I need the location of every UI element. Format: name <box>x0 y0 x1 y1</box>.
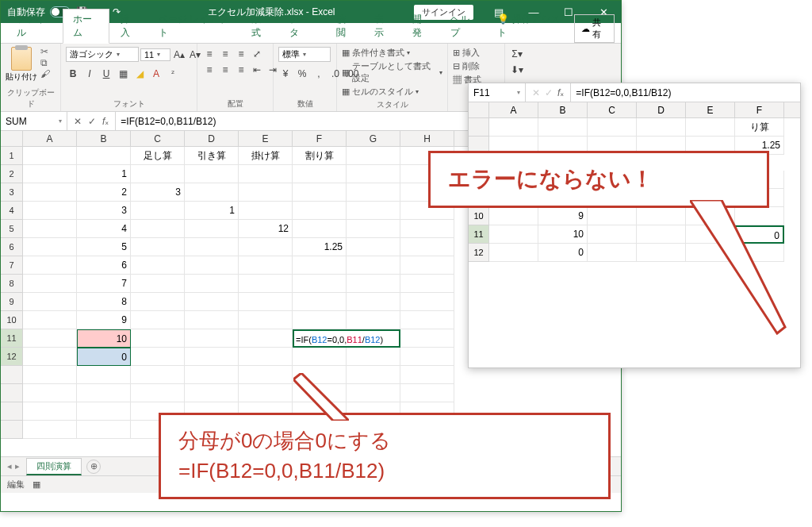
cell[interactable] <box>347 275 400 293</box>
col-header-2[interactable]: A <box>489 102 538 117</box>
bold-icon[interactable]: B <box>66 67 80 81</box>
cell[interactable] <box>131 329 185 348</box>
row-header[interactable]: 9 <box>1 293 23 311</box>
row-header[interactable]: 4 <box>1 202 23 220</box>
cell[interactable] <box>239 202 293 220</box>
cell[interactable] <box>185 366 239 384</box>
cell[interactable] <box>347 293 400 311</box>
cell[interactable] <box>489 225 538 244</box>
sheet-tab[interactable]: 四則演算 <box>26 458 82 475</box>
align-top-icon[interactable]: ≡ <box>202 47 216 61</box>
cell[interactable] <box>293 256 347 275</box>
row-header[interactable]: 2 <box>1 165 23 183</box>
col-header-2[interactable]: D <box>637 102 686 117</box>
grow-font-icon[interactable]: A▴ <box>172 48 186 62</box>
cell[interactable] <box>400 238 454 256</box>
row-header[interactable]: 12 <box>1 348 23 366</box>
format-painter-icon[interactable]: 🖌 <box>40 69 50 79</box>
tab-insert[interactable]: 挿入 <box>111 10 147 43</box>
cell[interactable] <box>489 244 538 262</box>
cell[interactable] <box>185 311 239 329</box>
number-format-select[interactable]: 標準▾ <box>278 47 331 62</box>
align-bottom-icon[interactable]: ≡ <box>234 47 248 61</box>
cell[interactable] <box>347 202 400 220</box>
sheet-prev-icon[interactable]: ◂ <box>7 461 12 471</box>
cell[interactable] <box>347 147 400 165</box>
row-header[interactable]: 1 <box>1 147 23 165</box>
cell[interactable] <box>588 207 637 225</box>
cell[interactable] <box>239 366 293 384</box>
cell[interactable] <box>239 348 293 366</box>
cell[interactable] <box>23 256 77 275</box>
cell[interactable] <box>131 238 185 256</box>
percent-icon[interactable]: % <box>295 67 309 81</box>
cell[interactable] <box>23 275 77 293</box>
cell[interactable]: 5 <box>77 238 131 256</box>
cell[interactable] <box>400 366 454 384</box>
cell[interactable] <box>131 384 185 402</box>
col-header[interactable]: C <box>131 131 185 146</box>
cell[interactable]: 1 <box>185 202 239 220</box>
cell[interactable]: 6 <box>77 256 131 275</box>
cell[interactable] <box>239 256 293 275</box>
col-header-2[interactable]: E <box>686 102 735 117</box>
cell[interactable] <box>23 402 77 421</box>
cell-fragment[interactable]: り算 <box>735 118 784 137</box>
cell[interactable]: 10 <box>538 225 588 244</box>
cell[interactable] <box>23 384 77 402</box>
cell[interactable] <box>400 329 454 348</box>
cell[interactable] <box>23 147 77 165</box>
cell[interactable]: 掛け算 <box>239 147 293 165</box>
cell[interactable]: 割り算 <box>293 147 347 165</box>
cell[interactable] <box>239 183 293 202</box>
cell[interactable] <box>23 165 77 183</box>
cell[interactable] <box>185 165 239 183</box>
cell[interactable] <box>131 311 185 329</box>
cell[interactable] <box>77 147 131 165</box>
cell[interactable] <box>131 293 185 311</box>
cell[interactable]: 7 <box>77 275 131 293</box>
cell[interactable] <box>77 366 131 384</box>
cell[interactable]: 引き算 <box>185 147 239 165</box>
col-header-2[interactable]: C <box>588 102 637 117</box>
cell[interactable] <box>347 366 400 384</box>
cell[interactable] <box>23 220 77 238</box>
share-button[interactable]: ☁ 共有 <box>574 14 615 43</box>
row-header-2[interactable]: 10 <box>469 207 489 225</box>
row-header-2[interactable] <box>469 118 489 137</box>
cell[interactable] <box>400 348 454 366</box>
cell[interactable] <box>131 165 185 183</box>
cell[interactable] <box>400 311 454 329</box>
copy-icon[interactable]: ⧉ <box>40 58 50 67</box>
cell[interactable] <box>77 421 131 439</box>
align-middle-icon[interactable]: ≡ <box>218 47 232 61</box>
cell[interactable]: 1.25 <box>293 238 347 256</box>
col-header-2[interactable]: B <box>538 102 588 117</box>
cell[interactable] <box>293 311 347 329</box>
enter-formula-icon[interactable]: ✓ <box>88 116 96 127</box>
cell[interactable] <box>239 165 293 183</box>
row-header[interactable] <box>1 402 23 421</box>
cell[interactable]: 9 <box>538 207 588 225</box>
italic-icon[interactable]: I <box>82 67 97 81</box>
col-header[interactable]: H <box>400 131 454 146</box>
cell[interactable] <box>185 348 239 366</box>
cell[interactable] <box>239 238 293 256</box>
cell[interactable] <box>400 220 454 238</box>
row-header[interactable]: 11 <box>1 329 23 348</box>
cell[interactable]: 0 <box>538 244 588 262</box>
conditional-format-button[interactable]: ▦ 条件付き書式 ▾ <box>342 47 442 59</box>
cell[interactable]: 3 <box>77 202 131 220</box>
cell[interactable] <box>293 293 347 311</box>
delete-cells-button[interactable]: ⊟ 削除 <box>453 60 481 72</box>
cell[interactable]: 足し算 <box>131 147 185 165</box>
row-header[interactable] <box>1 421 23 439</box>
cell[interactable] <box>400 275 454 293</box>
cell[interactable] <box>293 348 347 366</box>
cell[interactable] <box>185 293 239 311</box>
row-header-2[interactable]: 12 <box>469 244 489 262</box>
cell[interactable] <box>239 329 293 348</box>
cell[interactable] <box>347 311 400 329</box>
phonetic-icon[interactable]: ᶻ <box>166 67 180 81</box>
col-header[interactable]: B <box>77 131 131 146</box>
